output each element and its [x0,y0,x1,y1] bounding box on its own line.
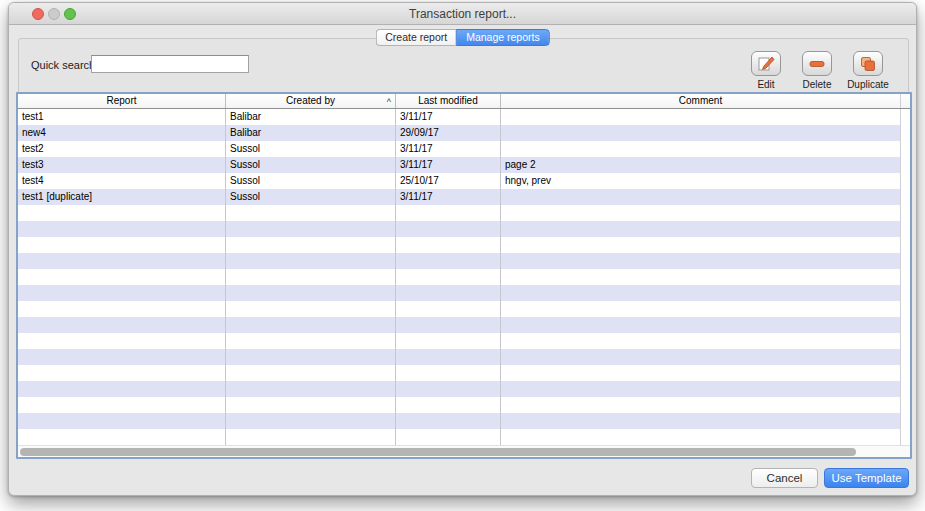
cell-comment [501,349,900,365]
cell-created-by: Balibar [226,109,396,125]
cell-comment: page 2 [501,157,900,173]
cell-report [18,397,226,413]
cell-report [18,317,226,333]
duplicate-button[interactable] [853,51,883,76]
vertical-scrollbar-gutter [900,413,910,429]
cell-last-modified [396,285,501,301]
cell-last-modified [396,253,501,269]
column-header-created-by[interactable]: Created by ^ [226,94,396,108]
cell-report [18,349,226,365]
table-row[interactable] [18,413,910,429]
cell-created-by: Sussol [226,173,396,189]
vertical-scrollbar-gutter [900,173,910,189]
cell-comment [501,317,900,333]
cell-created-by [226,285,396,301]
vertical-scrollbar-gutter [900,269,910,285]
table-row[interactable] [18,397,910,413]
cell-created-by [226,253,396,269]
title-bar[interactable]: Transaction report... [9,3,916,25]
tab-create-report[interactable]: Create report [375,29,456,46]
column-header-report[interactable]: Report [18,94,226,108]
cell-created-by [226,333,396,349]
table-row[interactable] [18,221,910,237]
vertical-scrollbar-gutter [900,253,910,269]
cell-comment [501,365,900,381]
cell-comment [501,109,900,125]
cell-last-modified: 3/11/17 [396,141,501,157]
cancel-button[interactable]: Cancel [751,468,818,488]
table-row[interactable] [18,333,910,349]
transaction-report-window: Transaction report... Create report Mana… [8,2,917,496]
tab-manage-reports[interactable]: Manage reports [456,29,550,46]
cell-report [18,429,226,445]
vertical-scrollbar-gutter [900,157,910,173]
vertical-scrollbar-gutter [900,109,910,125]
cell-report [18,301,226,317]
delete-button[interactable] [802,51,832,76]
table-row[interactable]: test1 [duplicate]Sussol3/11/17 [18,189,910,205]
cell-report: test1 [duplicate] [18,189,226,205]
cell-created-by: Sussol [226,157,396,173]
cell-last-modified [396,381,501,397]
vertical-scrollbar-gutter [900,429,910,445]
cell-comment [501,269,900,285]
table-row[interactable]: new4Balibar29/09/17 [18,125,910,141]
cell-last-modified [396,221,501,237]
cell-created-by [226,381,396,397]
vertical-scrollbar-gutter [900,141,910,157]
table-row[interactable]: test4Sussol25/10/17hngv, prev [18,173,910,189]
cell-comment [501,189,900,205]
table-row[interactable] [18,301,910,317]
header-scrollbar-gutter [900,94,910,108]
table-body: test1Balibar3/11/17new4Balibar29/09/17te… [18,109,910,445]
table-row[interactable]: test1Balibar3/11/17 [18,109,910,125]
edit-label: Edit [743,79,789,90]
table-row[interactable] [18,349,910,365]
table-row[interactable] [18,381,910,397]
cell-report [18,221,226,237]
table-row[interactable] [18,365,910,381]
cell-comment [501,253,900,269]
table-row[interactable]: test2Sussol3/11/17 [18,141,910,157]
cell-report [18,285,226,301]
column-header-comment[interactable]: Comment [501,94,900,108]
table-row[interactable] [18,253,910,269]
horizontal-scrollbar-thumb[interactable] [20,448,856,456]
table-row[interactable] [18,285,910,301]
cell-created-by: Balibar [226,125,396,141]
duplicate-tool: Duplicate [845,51,891,90]
cell-comment: hngv, prev [501,173,900,189]
tab-bar: Create report Manage reports [375,29,549,46]
quick-search-input[interactable] [91,55,249,73]
cell-created-by [226,205,396,221]
table-row[interactable] [18,429,910,445]
table-header: Report Created by ^ Last modified Commen… [18,94,910,109]
cell-last-modified: 3/11/17 [396,157,501,173]
table-row[interactable] [18,269,910,285]
cell-comment [501,301,900,317]
horizontal-scrollbar-track[interactable] [18,445,910,457]
use-template-button[interactable]: Use Template [824,468,909,488]
edit-button[interactable] [751,51,781,76]
cell-report [18,205,226,221]
cell-created-by [226,365,396,381]
cell-report: test3 [18,157,226,173]
delete-tool: Delete [794,51,840,90]
cell-last-modified [396,205,501,221]
table-row[interactable] [18,317,910,333]
cell-report [18,333,226,349]
cell-last-modified [396,429,501,445]
table-row[interactable]: test3Sussol3/11/17page 2 [18,157,910,173]
cell-created-by [226,429,396,445]
cell-created-by: Sussol [226,189,396,205]
table-row[interactable] [18,237,910,253]
cell-last-modified: 29/09/17 [396,125,501,141]
vertical-scrollbar-gutter [900,333,910,349]
vertical-scrollbar-gutter [900,189,910,205]
cell-comment [501,397,900,413]
column-header-last-modified[interactable]: Last modified [396,94,501,108]
vertical-scrollbar-gutter [900,317,910,333]
cell-created-by [226,269,396,285]
vertical-scrollbar-gutter [900,221,910,237]
table-row[interactable] [18,205,910,221]
